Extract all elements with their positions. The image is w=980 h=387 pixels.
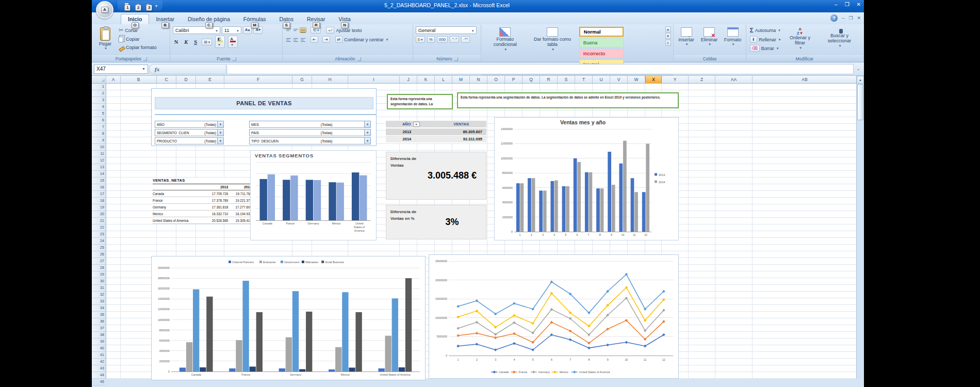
cell-style-chip[interactable]: Normal (579, 27, 624, 37)
column-header[interactable]: O (487, 76, 505, 83)
dropdown-arrow-icon[interactable]: ▼ (364, 121, 370, 127)
increase-indent-icon[interactable]: ⇥ (322, 36, 330, 43)
column-header[interactable]: V (610, 76, 628, 83)
row-header[interactable]: 39 (92, 338, 106, 345)
ribbon-tab[interactable]: Datos S (273, 14, 300, 24)
scrollbar-thumb[interactable] (857, 84, 863, 120)
dialog-launcher-icon[interactable] (143, 57, 147, 61)
row-header[interactable]: 42 (92, 359, 106, 365)
row-header[interactable]: 22 (92, 224, 106, 231)
cell-style-chip[interactable]: Buena (579, 38, 624, 47)
column-header[interactable]: E (196, 76, 224, 83)
row-header[interactable]: 5 (92, 110, 106, 117)
insert-cells-button[interactable]: ← Insertar (676, 26, 697, 47)
row-header[interactable]: 43 (92, 365, 106, 372)
row-header[interactable]: 12 (92, 157, 106, 164)
font-name-select[interactable]: Calibri (173, 26, 220, 34)
ribbon-tab[interactable]: Diseño de página C (181, 14, 237, 24)
ribbon-tab[interactable]: Insertar B (149, 14, 181, 24)
column-header[interactable]: N (470, 76, 487, 83)
column-header[interactable]: P (505, 76, 522, 83)
close-button[interactable]: ✕ (857, 2, 861, 7)
row-header[interactable]: 8 (92, 131, 106, 137)
row-header[interactable]: 32 (92, 292, 106, 298)
italic-button[interactable]: K (183, 39, 189, 45)
dropdown-arrow-icon[interactable]: ▼ (217, 138, 223, 144)
row-header[interactable]: 44 (92, 372, 106, 379)
decrease-indent-icon[interactable]: ⇤ (311, 36, 318, 43)
copy-button[interactable]: Copiar (118, 35, 158, 43)
column-header[interactable]: R (540, 76, 558, 83)
column-header[interactable]: X (645, 76, 662, 83)
column-header[interactable]: D (176, 76, 196, 83)
row-header[interactable]: 16 (92, 184, 106, 191)
column-header[interactable]: M (452, 76, 470, 83)
row-header[interactable]: 18 (92, 198, 106, 204)
column-header[interactable]: Q (522, 76, 540, 83)
name-box-arrow-icon[interactable]: ▼ (142, 67, 145, 71)
row-header[interactable]: 26 (92, 251, 106, 258)
row-header[interactable]: 2 (92, 90, 106, 97)
column-header[interactable]: B (121, 76, 157, 83)
row-header[interactable]: 13 (92, 164, 106, 171)
fill-color-button[interactable]: ◧ (215, 36, 225, 48)
row-header[interactable]: 30 (92, 278, 106, 285)
format-painter-button[interactable]: Copiar formato (118, 44, 158, 51)
column-header[interactable]: J (400, 76, 417, 83)
workbook-close-icon[interactable]: ✕ (857, 15, 861, 21)
clear-button[interactable]: ⌫ Borrar (749, 44, 782, 52)
row-header[interactable]: 38 (92, 332, 106, 338)
format-as-table-button[interactable]: Dar formato como tabla (528, 26, 577, 52)
delete-cells-button[interactable]: ✕ Eliminar (699, 26, 720, 47)
column-header[interactable]: AA (715, 76, 753, 83)
row-header[interactable]: 23 (92, 231, 106, 238)
sort-filter-button[interactable]: AZ▼ Ordenar y filtrar (783, 26, 816, 51)
column-header[interactable]: L (435, 76, 452, 83)
column-header[interactable]: C (157, 76, 176, 83)
filter-dropdown[interactable]: SEGMENTO_CLIEN (Todas) ▼ (155, 129, 224, 136)
column-header[interactable]: H (312, 76, 348, 83)
workbook-restore-icon[interactable]: ❐ (848, 15, 853, 21)
column-header[interactable]: W (628, 76, 645, 83)
ribbon-tab[interactable]: Revisar R (300, 14, 332, 24)
dropdown-arrow-icon[interactable]: ▼ (364, 138, 370, 144)
percent-style-button[interactable]: % (427, 36, 435, 43)
align-center-icon[interactable] (292, 37, 299, 42)
row-header[interactable]: 9 (92, 137, 106, 144)
column-header[interactable]: AB (753, 76, 857, 83)
filter-dropdown[interactable]: MES (Todas) ▼ (249, 121, 371, 128)
filter-dropdown[interactable]: AÑO (Todas) ▼ (155, 121, 224, 128)
column-header[interactable]: A (106, 76, 121, 83)
qat-customize-icon[interactable]: ▾ (155, 4, 157, 8)
ribbon-tab[interactable]: Fórmulas M (237, 14, 273, 24)
font-color-button[interactable]: A (228, 36, 238, 48)
ribbon-tab[interactable]: Vista N (332, 14, 357, 24)
row-header[interactable]: 15 (92, 178, 106, 184)
row-header[interactable]: 20 (92, 211, 106, 218)
dialog-launcher-icon[interactable] (454, 57, 458, 61)
minimize-button[interactable]: – (835, 2, 838, 7)
formula-input[interactable] (227, 64, 854, 74)
gallery-up-icon[interactable]: ▲ (665, 26, 671, 33)
row-header[interactable]: 24 (92, 238, 106, 245)
expand-formula-bar-icon[interactable]: ⌄ (855, 67, 862, 71)
align-middle-icon[interactable] (292, 27, 299, 33)
filter-dropdown[interactable]: PRODUCTO (Todas) ▼ (155, 137, 224, 144)
row-header[interactable]: 19 (92, 204, 106, 211)
maximize-button[interactable]: ❐ (845, 2, 850, 7)
align-left-icon[interactable] (285, 37, 292, 42)
row-header[interactable]: 14 (92, 171, 106, 178)
row-header[interactable]: 31 (92, 285, 106, 292)
row-header[interactable]: 25 (92, 245, 106, 251)
align-right-icon[interactable] (300, 37, 306, 42)
column-header[interactable]: Z (689, 76, 715, 83)
column-header[interactable]: T (575, 76, 593, 83)
row-header[interactable]: 6 (92, 117, 106, 124)
row-header[interactable]: 10 (92, 144, 106, 151)
help-icon[interactable]: ? (830, 14, 838, 22)
dropdown-arrow-icon[interactable]: ▼ (217, 130, 223, 136)
column-header[interactable]: I (348, 76, 400, 83)
accounting-format-button[interactable]: $ (416, 36, 425, 43)
borders-button[interactable]: ⊞ (202, 39, 212, 45)
save-button[interactable]: 1 (123, 2, 130, 10)
